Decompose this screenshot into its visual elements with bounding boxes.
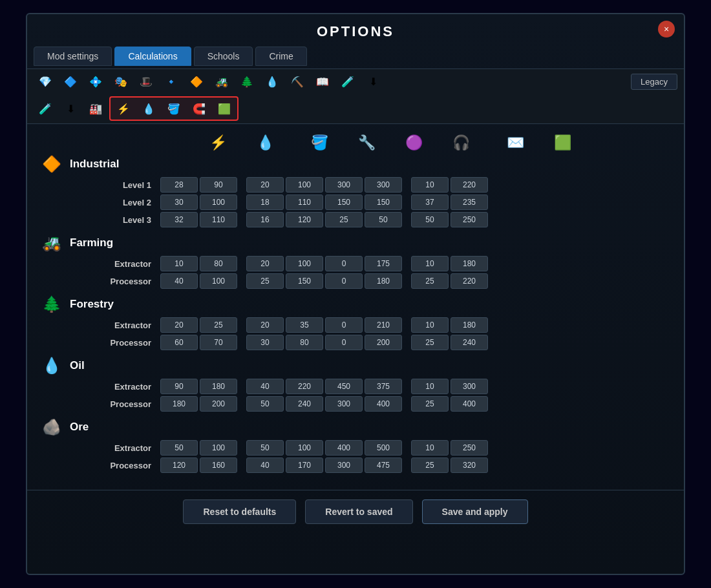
cell[interactable]: 50	[365, 212, 402, 227]
cell[interactable]: 150	[325, 194, 363, 210]
icon-lightning[interactable]: ⚡	[112, 99, 135, 118]
cell[interactable]: 450	[325, 379, 363, 394]
cell[interactable]: 20	[246, 317, 284, 333]
cell[interactable]: 400	[325, 440, 363, 456]
cell[interactable]: 16	[246, 212, 284, 227]
cell[interactable]: 180	[160, 396, 198, 412]
icon-flask[interactable]: 🧪	[336, 72, 359, 91]
legacy-button[interactable]: Legacy	[631, 74, 677, 90]
reset-to-defaults-button[interactable]: Reset to defaults	[183, 499, 296, 524]
cell[interactable]: 10	[411, 177, 449, 193]
icon-diamond-orange[interactable]: 🔶	[185, 72, 208, 91]
icon-hat[interactable]: 🎩	[134, 72, 158, 91]
cell[interactable]: 18	[246, 194, 284, 210]
cell[interactable]: 90	[200, 177, 237, 193]
cell[interactable]: 320	[451, 457, 488, 473]
cell[interactable]: 220	[451, 273, 488, 289]
cell[interactable]: 180	[451, 317, 488, 333]
cell[interactable]: 400	[365, 396, 402, 412]
cell[interactable]: 240	[451, 335, 488, 350]
cell[interactable]: 200	[200, 396, 237, 412]
icon-bucket[interactable]: 🪣	[162, 99, 186, 118]
cell[interactable]: 100	[286, 440, 323, 456]
cell[interactable]: 50	[246, 396, 284, 412]
icon-diamond-blue[interactable]: 🔷	[59, 72, 82, 91]
icon-hexagon[interactable]: 🔹	[160, 72, 183, 91]
cell[interactable]: 100	[200, 194, 237, 210]
cell[interactable]: 100	[200, 273, 237, 289]
tab-schools[interactable]: Schools	[194, 47, 253, 66]
cell[interactable]: 100	[286, 256, 323, 271]
icon-pickaxe[interactable]: ⛏️	[286, 72, 309, 91]
icon-tractor[interactable]: 🚜	[210, 72, 233, 91]
cell[interactable]: 80	[200, 256, 237, 271]
cell[interactable]: 28	[160, 177, 198, 193]
icon-horseshoe[interactable]: 🧲	[187, 99, 211, 118]
cell[interactable]: 150	[365, 194, 402, 210]
cell[interactable]: 25	[411, 335, 449, 350]
close-button[interactable]: ×	[658, 21, 675, 37]
cell[interactable]: 50	[160, 440, 198, 456]
cell[interactable]: 0	[325, 317, 363, 333]
cell[interactable]: 110	[286, 194, 323, 210]
cell[interactable]: 25	[200, 317, 237, 333]
cell[interactable]: 50	[411, 212, 449, 227]
cell[interactable]: 300	[325, 396, 363, 412]
cell[interactable]: 235	[451, 194, 488, 210]
cell[interactable]: 10	[160, 256, 198, 271]
icon-flask2[interactable]: 🧪	[34, 99, 57, 118]
cell[interactable]: 35	[286, 317, 323, 333]
cell[interactable]: 37	[411, 194, 449, 210]
icon-water[interactable]: 💧	[260, 72, 284, 91]
cell[interactable]: 220	[451, 177, 488, 193]
icon-diamond-green[interactable]: 💎	[34, 72, 57, 91]
cell[interactable]: 32	[160, 212, 198, 227]
cell[interactable]: 25	[325, 212, 363, 227]
cell[interactable]: 0	[325, 273, 363, 289]
tab-crime[interactable]: Crime	[255, 47, 306, 66]
cell[interactable]: 70	[200, 335, 237, 350]
cell[interactable]: 30	[246, 335, 284, 350]
cell[interactable]: 100	[200, 440, 237, 456]
icon-diamond-teal[interactable]: 💠	[84, 72, 107, 91]
cell[interactable]: 25	[411, 273, 449, 289]
cell[interactable]: 200	[365, 335, 402, 350]
icon-download2[interactable]: ⬇	[59, 99, 82, 118]
cell[interactable]: 250	[451, 440, 488, 456]
cell[interactable]: 10	[411, 379, 449, 394]
cell[interactable]: 25	[411, 396, 449, 412]
cell[interactable]: 40	[246, 457, 284, 473]
cell[interactable]: 10	[411, 256, 449, 271]
cell[interactable]: 100	[286, 177, 323, 193]
icon-book[interactable]: 📖	[311, 72, 334, 91]
cell[interactable]: 180	[451, 256, 488, 271]
cell[interactable]: 160	[200, 457, 237, 473]
cell[interactable]: 0	[325, 335, 363, 350]
cell[interactable]: 300	[365, 177, 402, 193]
cell[interactable]: 120	[286, 212, 323, 227]
cell[interactable]: 150	[286, 273, 323, 289]
cell[interactable]: 20	[246, 177, 284, 193]
icon-download[interactable]: ⬇	[361, 72, 385, 91]
icon-waterdrop2[interactable]: 💧	[137, 99, 160, 118]
cell[interactable]: 210	[365, 317, 402, 333]
cell[interactable]: 40	[246, 379, 284, 394]
cell[interactable]: 375	[365, 379, 402, 394]
icon-tree[interactable]: 🌲	[235, 72, 259, 91]
cell[interactable]: 20	[246, 256, 284, 271]
tab-mod-settings[interactable]: Mod settings	[34, 47, 112, 66]
save-and-apply-button[interactable]: Save and apply	[422, 499, 528, 524]
cell[interactable]: 30	[160, 194, 198, 210]
cell[interactable]: 400	[451, 396, 488, 412]
cell[interactable]: 80	[286, 335, 323, 350]
cell[interactable]: 20	[160, 317, 198, 333]
cell[interactable]: 300	[325, 177, 363, 193]
cell[interactable]: 10	[411, 440, 449, 456]
cell[interactable]: 0	[325, 256, 363, 271]
cell[interactable]: 110	[200, 212, 237, 227]
cell[interactable]: 175	[365, 256, 402, 271]
icon-mask[interactable]: 🎭	[109, 72, 133, 91]
cell[interactable]: 220	[286, 379, 323, 394]
cell[interactable]: 250	[451, 212, 488, 227]
revert-to-saved-button[interactable]: Revert to saved	[305, 499, 412, 524]
